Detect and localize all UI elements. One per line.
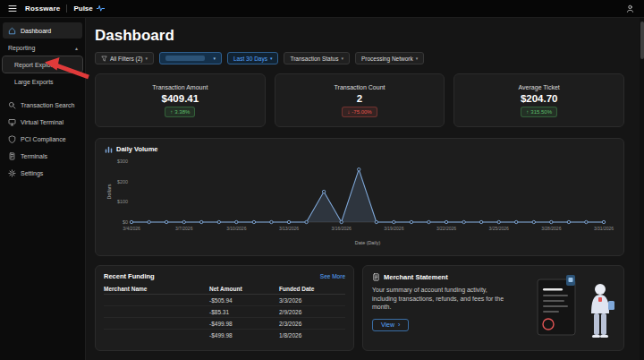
funded-date: 3/3/2026 — [279, 297, 345, 304]
funding-table-header: Merchant Name Net Amount Funded Date — [104, 284, 345, 295]
svg-text:$0: $0 — [123, 219, 128, 225]
chart-icon — [105, 145, 113, 153]
user-account-icon[interactable] — [623, 3, 636, 15]
sidebar-item-pci-compliance[interactable]: PCI Compliance — [3, 131, 82, 147]
sidebar-item-virtual-terminal[interactable]: Virtual Terminal — [3, 114, 82, 130]
scrollbar-thumb[interactable] — [640, 21, 644, 59]
product-name: Pulse — [73, 4, 92, 13]
sidebar-item-report-explorer[interactable]: Report Explorer — [3, 56, 82, 73]
metric-card-transaction-amount: Transaction Amount $409.41 ↑ 3.38% — [95, 73, 266, 127]
arrow-down-icon: ↓ — [347, 108, 350, 116]
metric-value: $409.41 — [162, 93, 199, 104]
chevron-down-icon: ▾ — [145, 56, 148, 61]
sidebar-item-label: PCI Compliance — [21, 136, 66, 142]
funded-date: 2/3/2026 — [279, 321, 345, 327]
svg-text:3/19/2026: 3/19/2026 — [384, 226, 403, 231]
chevron-down-icon: ▾ — [416, 56, 419, 61]
chevron-down-icon: ▾ — [213, 56, 216, 61]
chevron-down-icon: ▾ — [270, 56, 273, 61]
statement-illustration — [525, 274, 618, 342]
merchant-statement-card: Merchant Statement Your summary of accou… — [362, 265, 624, 351]
metric-card-transaction-count: Transaction Count 2 ↓ -75.00% — [275, 73, 445, 127]
sidebar-item-reporting[interactable]: Reporting ▴ — [3, 39, 82, 56]
product-logo: Pulse — [73, 4, 105, 13]
daily-volume-chart: $0$100$200$3003/4/20263/7/20263/10/20263… — [105, 154, 614, 247]
view-statement-button[interactable]: View › — [372, 319, 409, 331]
metric-value: $204.70 — [521, 93, 558, 104]
svg-text:3/22/2026: 3/22/2026 — [436, 226, 456, 231]
sidebar-item-label: Terminals — [21, 153, 47, 159]
net-amount: -$499.98 — [209, 321, 279, 327]
svg-text:3/13/2026: 3/13/2026 — [279, 226, 299, 231]
table-row: -$499.98 1/8/2026 — [104, 330, 345, 341]
recent-funding-title: Recent Funding — [104, 272, 155, 280]
filter-bar: All Filters (2) ▾ ▾ Last 30 Days ▾ Trans… — [95, 52, 624, 64]
svg-text:3/7/2026: 3/7/2026 — [175, 226, 193, 231]
see-more-link[interactable]: See More — [320, 273, 345, 279]
sidebar-item-dashboard[interactable]: Dashboard — [3, 22, 82, 39]
recent-funding-card: Recent Funding See More Merchant Name Ne… — [95, 265, 354, 351]
chevron-down-icon: ▾ — [341, 56, 343, 61]
svg-text:$300: $300 — [117, 159, 128, 164]
processing-network-select[interactable]: Processing Network ▾ — [355, 52, 424, 64]
brand-logo: Rossware — [25, 4, 60, 13]
sidebar-item-transaction-search[interactable]: Transaction Search — [3, 97, 82, 113]
sidebar-section-gap — [0, 90, 85, 96]
svg-text:Dollars: Dollars — [106, 184, 112, 199]
merchant-redacted-value — [165, 56, 205, 61]
sidebar-item-label: Virtual Terminal — [21, 119, 64, 125]
metric-label: Transaction Amount — [152, 84, 208, 90]
monitor-icon — [8, 118, 16, 126]
svg-text:3/31/2026: 3/31/2026 — [594, 226, 614, 231]
svg-text:3/4/2026: 3/4/2026 — [123, 226, 140, 231]
svg-text:3/10/2026: 3/10/2026 — [226, 226, 246, 231]
scrollbar — [640, 18, 644, 360]
metric-card-average-ticket: Average Ticket $204.70 ↑ 315.50% — [453, 73, 624, 127]
sidebar-item-large-exports[interactable]: Large Exports — [3, 73, 82, 90]
svg-text:$100: $100 — [117, 199, 128, 204]
sidebar-item-label: Dashboard — [21, 28, 51, 34]
terminal-device-icon — [8, 152, 16, 160]
all-filters-button[interactable]: All Filters (2) ▾ — [95, 52, 154, 64]
sidebar-item-label: Transaction Search — [21, 102, 74, 108]
funded-date: 1/8/2026 — [279, 332, 345, 339]
sidebar: Dashboard Reporting ▴ Report Explorer La… — [0, 18, 86, 360]
sidebar-item-label: Report Explorer — [14, 62, 58, 68]
metric-cards: Transaction Amount $409.41 ↑ 3.38% Trans… — [95, 73, 624, 127]
home-icon — [8, 27, 16, 35]
arrow-up-icon: ↑ — [170, 108, 173, 116]
sidebar-item-label: Large Exports — [14, 79, 54, 85]
net-amount: -$499.98 — [209, 332, 279, 339]
page-title: Dashboard — [95, 27, 624, 44]
topbar: Rossware Pulse — [0, 0, 644, 18]
search-icon — [8, 101, 16, 109]
sidebar-item-terminals[interactable]: Terminals — [3, 148, 82, 164]
transaction-status-select[interactable]: Transaction Status ▾ — [284, 52, 349, 64]
change-badge: ↓ -75.00% — [342, 107, 377, 117]
table-row: -$85.31 2/9/2026 — [104, 306, 345, 318]
change-badge: ↑ 315.50% — [521, 107, 557, 117]
svg-text:$200: $200 — [117, 179, 128, 184]
arrow-up-icon: ↑ — [526, 108, 529, 116]
sidebar-item-settings[interactable]: Settings — [3, 165, 82, 181]
net-amount: -$505.94 — [209, 297, 279, 304]
metric-value: 2 — [357, 93, 362, 104]
merchant-select[interactable]: ▾ — [159, 52, 222, 64]
sidebar-item-label: Reporting — [8, 45, 35, 51]
change-badge: ↑ 3.38% — [165, 107, 195, 117]
app-window: Rossware Pulse Dashboard Reporting ▴ Rep… — [0, 0, 644, 360]
daily-volume-header: Daily Volume — [105, 145, 614, 153]
funnel-icon — [101, 56, 107, 62]
svg-text:Date (Daily): Date (Daily) — [355, 240, 381, 245]
gear-icon — [8, 169, 16, 177]
svg-text:3/25/2026: 3/25/2026 — [489, 226, 509, 231]
pulse-icon — [96, 4, 106, 13]
shield-icon — [8, 135, 16, 143]
bottom-row: Recent Funding See More Merchant Name Ne… — [95, 265, 624, 351]
merchant-statement-description: Your summary of account funding activity… — [372, 286, 508, 312]
topbar-divider — [66, 4, 67, 13]
menu-icon[interactable] — [8, 4, 19, 14]
table-row: -$505.94 3/3/2026 — [104, 295, 345, 306]
chevron-up-icon: ▴ — [75, 45, 78, 51]
date-range-select[interactable]: Last 30 Days ▾ — [227, 52, 278, 64]
